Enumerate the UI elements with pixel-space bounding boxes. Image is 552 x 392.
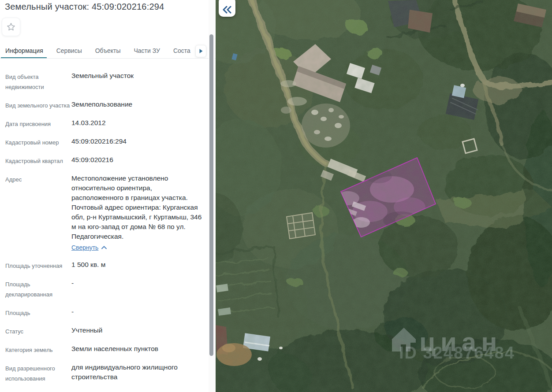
field-row: Площадь декларированная - [5,278,207,300]
tab-objects[interactable]: Объекты [95,44,121,59]
field-label: Кадастровый квартал [5,155,71,166]
tabs-scroll-right-button[interactable] [195,45,206,57]
field-value: - [71,278,206,300]
field-label: Статус [5,325,71,337]
field-row: Вид объекта недвижимости Земельный участ… [5,71,207,92]
field-value: Земли населенных пунктов [71,344,206,355]
field-value: 14.03.2012 [71,118,206,129]
field-row: Кадастровый квартал 45:09:020216 [5,155,207,166]
satellite-map[interactable]: циан ID 324876484 [216,0,552,392]
parcel-info-panel: Земельный участок: 45:09:020216:294 Инфо… [0,0,216,392]
field-value: 1 500 кв. м [71,260,206,271]
field-row: Вид разрешенного использования для индив… [5,362,207,384]
chevron-up-icon [101,246,107,249]
field-label: Дата присвоения [5,118,71,129]
field-label: Категория земель [5,344,71,355]
address-text: Местоположение установлено относительно … [71,174,201,240]
field-row: Статус Учтенный [5,325,207,337]
collapse-address-label: Свернуть [71,243,98,252]
field-label: Площадь уточненная [5,260,71,271]
triangle-right-icon [199,48,203,54]
field-label: Вид земельного участка [5,100,71,111]
collapse-address-link[interactable]: Свернуть [71,243,107,252]
field-row: Кадастровый номер 45:09:020216:294 [5,137,207,148]
panel-scrollbar-thumb[interactable] [209,34,213,356]
tab-services[interactable]: Сервисы [56,44,82,59]
field-row: Категория земель Земли населенных пункто… [5,344,207,355]
field-row: Дата присвоения 14.03.2012 [5,118,207,129]
field-row: Вид земельного участка Землепользование [5,100,207,111]
field-value: Учтенный [71,325,206,337]
field-value: Земельный участок [71,71,206,92]
tab-structure[interactable]: Соста [173,44,190,59]
field-label: Вид объекта недвижимости [5,71,71,92]
chevron-double-left-icon [222,6,232,14]
tab-information[interactable]: Информация [5,44,43,59]
page-title: Земельный участок: 45:09:020216:294 [0,0,216,12]
field-row-address: Адрес Местоположение установлено относит… [5,174,207,252]
satellite-imagery: циан ID 324876484 [216,0,552,392]
field-row: Площадь уточненная 1 500 кв. м [5,260,207,271]
field-label: Площадь [5,307,71,318]
cadastral-viewer: Земельный участок: 45:09:020216:294 Инфо… [0,0,552,392]
favorite-button[interactable] [2,18,20,36]
panel-scrollbar [209,0,215,392]
field-value: Землепользование [71,100,206,111]
field-label: Адрес [5,174,71,252]
field-value: 45:09:020216 [71,155,206,166]
field-label: Площадь декларированная [5,278,71,300]
tab-bar: Информация Сервисы Объекты Части ЗУ Сост… [0,44,216,59]
field-label: Кадастровый номер [5,137,71,148]
star-icon [6,22,16,32]
tab-parts[interactable]: Части ЗУ [134,44,160,59]
field-value: 45:09:020216:294 [71,137,206,148]
field-row: Площадь - [5,307,207,318]
field-value: для индивидуального жилищного строительс… [71,362,206,384]
collapse-panel-button[interactable] [219,0,235,17]
field-value-address: Местоположение установлено относительно … [71,174,206,252]
field-label: Вид разрешенного использования [5,362,71,384]
attributes-list: Вид объекта недвижимости Земельный участ… [0,59,207,391]
field-value: - [71,307,206,318]
watermark-id: ID 324876484 [399,344,515,362]
